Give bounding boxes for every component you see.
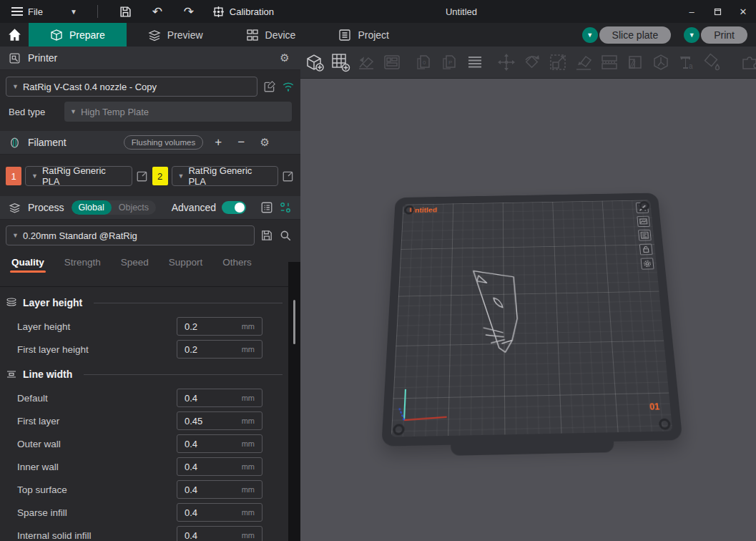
print-button[interactable]: Print [701, 26, 747, 44]
slice-options-chevron-icon[interactable]: ▼ [582, 27, 598, 43]
split-to-objects-icon[interactable] [465, 52, 485, 73]
tab-project[interactable]: Project [317, 23, 411, 47]
tab-device[interactable]: Device [225, 23, 318, 47]
filament-settings-gear-icon[interactable]: ⚙ [257, 136, 272, 149]
layer-height-input[interactable]: 0.2 mm [177, 317, 262, 336]
device-icon [246, 29, 259, 42]
setting-unit: mm [242, 394, 255, 402]
lock-plate-icon[interactable] [639, 244, 653, 255]
auto-orient-icon[interactable] [356, 52, 376, 73]
line-width-default-input[interactable]: 0.4 mm [177, 389, 262, 407]
move-icon[interactable] [496, 52, 516, 73]
printer-preset-dropdown[interactable]: ▼ RatRig V-Cast 0.4 nozzle - Copy [6, 77, 257, 97]
tab-preview[interactable]: Preview [127, 23, 225, 47]
cut-icon[interactable] [599, 52, 619, 73]
add-object-icon[interactable] [305, 52, 325, 73]
mesh-boolean-icon[interactable] [651, 52, 671, 73]
titlebar: File ▼ ↶ ↷ Calibration Untitled – [0, 0, 756, 23]
line-width-top-surface-input[interactable]: 0.4 mm [177, 480, 262, 499]
tab-quality[interactable]: Quality [1, 253, 54, 274]
process-preset-dropdown[interactable]: ▼ 0.20mm Standard @RatRig [6, 225, 255, 245]
close-button[interactable]: ✕ [730, 0, 756, 23]
bed-type-label: Bed type [9, 107, 64, 117]
plate-settings-icon[interactable] [641, 258, 654, 269]
line-width-internal-solid-infill-input[interactable]: 0.4 mm [177, 526, 262, 541]
setting-unit: mm [242, 439, 255, 448]
assembly-icon[interactable] [740, 52, 756, 73]
save-icon[interactable] [115, 3, 137, 20]
viewport-3d[interactable]: Untitled 01 [300, 79, 756, 541]
file-menu-button[interactable]: File [7, 4, 47, 19]
file-menu-label: File [28, 6, 43, 17]
undo-icon[interactable]: ↶ [147, 3, 168, 20]
line-width-sparse-infill-input[interactable]: 0.4 mm [177, 503, 262, 522]
svg-text:0: 0 [423, 59, 426, 66]
settings-scrollbar[interactable] [288, 262, 300, 541]
save-preset-icon[interactable] [260, 229, 273, 242]
printer-settings-gear-icon[interactable]: ⚙ [278, 52, 292, 64]
add-filament-button[interactable]: + [210, 135, 226, 150]
advanced-toggle[interactable] [222, 201, 246, 214]
scale-icon[interactable] [548, 52, 568, 73]
chevron-down-icon: ▼ [31, 172, 38, 180]
redo-icon[interactable]: ↷ [178, 3, 200, 20]
paste-icon[interactable]: P [439, 52, 459, 73]
scope-global-button[interactable]: Global [72, 200, 112, 215]
add-plate-icon[interactable] [330, 52, 350, 73]
file-menu-chevron-icon[interactable]: ▼ [64, 5, 83, 19]
tab-others[interactable]: Others [212, 253, 262, 274]
lay-on-face-icon[interactable] [574, 52, 594, 73]
filament-2-badge[interactable]: 2 [152, 167, 168, 185]
line-width-outer-wall-input[interactable]: 0.4 mm [177, 434, 262, 453]
scope-objects-button[interactable]: Objects [112, 200, 156, 215]
home-button[interactable] [0, 23, 29, 47]
calibration-button[interactable]: Calibration [212, 6, 274, 18]
setting-label: First layer [17, 416, 177, 427]
plate-screw [393, 424, 405, 435]
plate-image-icon[interactable] [637, 216, 649, 227]
compare-presets-icon[interactable] [279, 201, 292, 214]
remove-filament-button[interactable]: − [233, 135, 249, 150]
setting-unit: mm [242, 462, 255, 471]
edit-filament-1-icon[interactable] [136, 170, 149, 182]
wifi-icon[interactable] [282, 80, 295, 93]
tab-prepare[interactable]: Prepare [29, 23, 127, 47]
build-plate[interactable]: Untitled 01 [381, 192, 682, 446]
arrange-icon[interactable] [382, 52, 402, 73]
scrollbar-thumb[interactable] [293, 300, 295, 344]
printer-icon [9, 52, 21, 64]
minimize-button[interactable]: – [679, 0, 705, 23]
calibration-label: Calibration [230, 6, 274, 17]
first-layer-height-input[interactable]: 0.2 mm [177, 340, 262, 359]
maximize-button[interactable] [705, 0, 730, 23]
text-icon[interactable]: a [677, 52, 697, 73]
copy-icon[interactable]: 0 [413, 52, 433, 73]
filament-2-dropdown[interactable]: ▼ RatRig Generic PLA [172, 166, 279, 186]
filament-1-dropdown[interactable]: ▼ RatRig Generic PLA [25, 166, 132, 186]
setting-value: 0.4 [185, 462, 242, 472]
edit-filament-2-icon[interactable] [282, 170, 295, 182]
bed-type-dropdown[interactable]: ▼ High Temp Plate [64, 102, 292, 122]
tab-strength[interactable]: Strength [54, 253, 111, 274]
plate-arrange-icon[interactable] [638, 230, 652, 241]
color-paint-icon[interactable] [702, 52, 722, 73]
search-icon[interactable] [279, 229, 292, 242]
tab-speed[interactable]: Speed [111, 253, 159, 274]
line-width-first-layer-input[interactable]: 0.45 mm [177, 411, 262, 430]
setting-row: First layer 0.45 mm [17, 411, 288, 430]
line-width-inner-wall-input[interactable]: 0.4 mm [177, 457, 262, 476]
filament-1-badge[interactable]: 1 [6, 167, 21, 185]
print-options-chevron-icon[interactable]: ▼ [684, 27, 699, 43]
flushing-volumes-button[interactable]: Flushing volumes [124, 135, 203, 150]
setting-row: Sparse infill 0.4 mm [17, 503, 288, 522]
tab-support[interactable]: Support [159, 253, 212, 274]
parameter-list-icon[interactable] [260, 201, 273, 214]
plate-number-label: 01 [649, 401, 660, 412]
edit-printer-icon[interactable] [263, 80, 276, 93]
slice-plate-button[interactable]: Slice plate [599, 26, 672, 44]
support-paint-icon[interactable] [625, 52, 645, 73]
model-wireframe-ratrig-logo[interactable] [468, 248, 539, 389]
viewport-toolbar: 0 P [300, 47, 756, 79]
chevron-down-icon: ▼ [12, 83, 19, 90]
rotate-icon[interactable] [522, 52, 542, 73]
